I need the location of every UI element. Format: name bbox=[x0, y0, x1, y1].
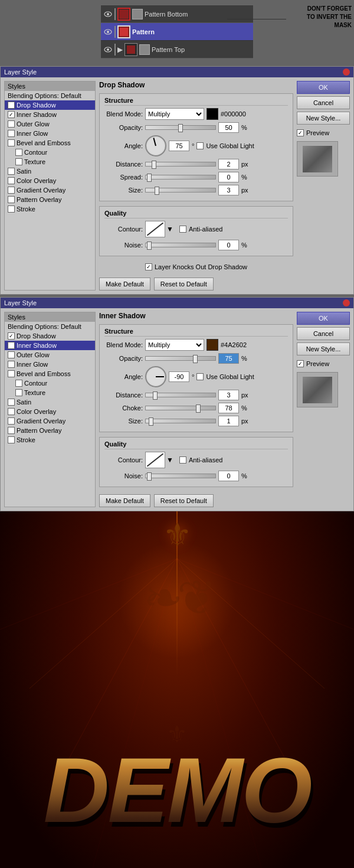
choke-input-2[interactable] bbox=[218, 403, 239, 413]
contour-preview-2[interactable] bbox=[145, 452, 165, 468]
size-slider-2[interactable] bbox=[145, 419, 216, 423]
color-swatch-1[interactable] bbox=[206, 108, 218, 120]
close-button-1[interactable] bbox=[343, 68, 350, 76]
blend-mode-select-1[interactable]: MultiplyNormalScreen bbox=[145, 108, 204, 120]
cancel-btn-2[interactable]: Cancel bbox=[297, 327, 350, 340]
opacity-thumb-2[interactable] bbox=[193, 355, 198, 363]
style-color-overlay-2[interactable]: Color Overlay bbox=[5, 407, 95, 416]
style-blending-1[interactable]: Blending Options: Default bbox=[5, 91, 95, 100]
cb-stroke-2[interactable] bbox=[8, 436, 15, 443]
angle-dial-1[interactable] bbox=[145, 135, 166, 156]
opacity-slider-2[interactable] bbox=[145, 356, 216, 361]
cb-anti-aliased-1[interactable] bbox=[179, 226, 186, 233]
distance-thumb-1[interactable] bbox=[152, 161, 156, 169]
cb-global-light-1[interactable] bbox=[196, 142, 204, 149]
cb-color-overlay-2[interactable] bbox=[8, 408, 15, 415]
distance-slider-1[interactable] bbox=[145, 162, 216, 167]
opacity-input-2[interactable] bbox=[218, 353, 239, 364]
ok-btn-2[interactable]: OK bbox=[297, 312, 350, 325]
distance-slider-2[interactable] bbox=[145, 393, 216, 397]
noise-slider-2[interactable] bbox=[145, 474, 216, 478]
style-drop-shadow-2[interactable]: Drop Shadow bbox=[5, 331, 95, 341]
style-texture-1[interactable]: Texture bbox=[5, 157, 95, 167]
cb-preview-2[interactable] bbox=[297, 360, 304, 367]
cb-drop-shadow-2[interactable] bbox=[8, 332, 15, 340]
style-contour-1[interactable]: Contour bbox=[5, 148, 95, 157]
choke-slider-2[interactable] bbox=[145, 406, 216, 410]
noise-thumb-2[interactable] bbox=[147, 472, 152, 481]
choke-thumb-2[interactable] bbox=[196, 404, 201, 413]
blend-mode-select-2[interactable]: MultiplyNormal bbox=[145, 339, 204, 351]
style-bevel-1[interactable]: Bevel and Emboss bbox=[5, 138, 95, 148]
cb-bevel-2[interactable] bbox=[8, 370, 15, 377]
style-inner-glow-1[interactable]: Inner Glow bbox=[5, 129, 95, 138]
style-stroke-1[interactable]: Stroke bbox=[5, 204, 95, 214]
size-input-1[interactable] bbox=[218, 185, 239, 195]
cb-pattern-overlay-1[interactable] bbox=[8, 196, 15, 203]
contour-preview-1[interactable] bbox=[145, 221, 165, 237]
cb-inner-glow-1[interactable] bbox=[8, 130, 15, 137]
style-pattern-overlay-1[interactable]: Pattern Overlay bbox=[5, 195, 95, 204]
style-bevel-2[interactable]: Bevel and Emboss bbox=[5, 369, 95, 378]
eye-icon-1[interactable] bbox=[103, 9, 113, 19]
eye-icon-2[interactable] bbox=[103, 27, 113, 37]
style-pattern-overlay-2[interactable]: Pattern Overlay bbox=[5, 426, 95, 435]
noise-input-2[interactable] bbox=[218, 471, 239, 481]
cb-stroke-1[interactable] bbox=[8, 205, 15, 213]
style-contour-2[interactable]: Contour bbox=[5, 378, 95, 388]
style-color-overlay-1[interactable]: Color Overlay bbox=[5, 176, 95, 185]
style-satin-2[interactable]: Satin bbox=[5, 397, 95, 407]
cb-outer-glow-1[interactable] bbox=[8, 120, 15, 128]
cb-inner-shadow-1[interactable] bbox=[8, 111, 15, 118]
cb-anti-aliased-2[interactable] bbox=[179, 456, 186, 464]
new-style-btn-2[interactable]: New Style... bbox=[297, 342, 350, 355]
size-thumb-2[interactable] bbox=[149, 417, 153, 426]
opacity-thumb-1[interactable] bbox=[178, 124, 183, 132]
cb-outer-glow-2[interactable] bbox=[8, 351, 15, 358]
color-swatch-2[interactable] bbox=[206, 339, 218, 351]
distance-input-2[interactable] bbox=[218, 390, 239, 400]
style-outer-glow-2[interactable]: Outer Glow bbox=[5, 350, 95, 360]
distance-thumb-2[interactable] bbox=[153, 391, 158, 400]
cancel-btn-1[interactable]: Cancel bbox=[297, 96, 350, 109]
cb-drop-shadow-1[interactable] bbox=[8, 102, 15, 109]
noise-thumb-1[interactable] bbox=[147, 242, 152, 250]
spread-slider-1[interactable] bbox=[145, 175, 216, 180]
style-gradient-overlay-2[interactable]: Gradient Overlay bbox=[5, 416, 95, 426]
ok-btn-1[interactable]: OK bbox=[297, 81, 350, 94]
opacity-slider-1[interactable] bbox=[145, 125, 216, 130]
cb-texture-2[interactable] bbox=[15, 389, 22, 396]
cb-texture-1[interactable] bbox=[15, 158, 22, 165]
size-input-2[interactable] bbox=[218, 416, 239, 426]
style-inner-glow-2[interactable]: Inner Glow bbox=[5, 360, 95, 369]
cb-gradient-overlay-1[interactable] bbox=[8, 187, 15, 194]
style-texture-2[interactable]: Texture bbox=[5, 388, 95, 397]
contour-dropdown-arrow-2[interactable]: ▼ bbox=[166, 456, 173, 464]
spread-thumb-1[interactable] bbox=[147, 174, 152, 182]
layer-row-pattern-bottom[interactable]: Pattern Bottom bbox=[101, 5, 253, 23]
cb-color-overlay-1[interactable] bbox=[8, 177, 15, 184]
contour-dropdown-arrow-1[interactable]: ▼ bbox=[166, 225, 173, 233]
angle-input-1[interactable] bbox=[169, 141, 189, 151]
distance-input-1[interactable] bbox=[218, 159, 239, 169]
angle-dial-2[interactable] bbox=[145, 366, 166, 387]
cb-preview-1[interactable] bbox=[297, 129, 304, 136]
cb-inner-shadow-2[interactable] bbox=[8, 342, 15, 349]
style-inner-shadow-1[interactable]: Inner Shadow bbox=[5, 110, 95, 119]
angle-input-2[interactable] bbox=[169, 371, 189, 382]
cb-gradient-overlay-2[interactable] bbox=[8, 417, 15, 425]
layer-row-pattern[interactable]: Pattern bbox=[101, 23, 253, 41]
layer-row-pattern-top[interactable]: ▶ Pattern Top bbox=[101, 41, 253, 58]
make-default-btn-1[interactable]: Make Default bbox=[99, 278, 150, 291]
spread-input-1[interactable] bbox=[218, 172, 239, 182]
size-slider-1[interactable] bbox=[145, 188, 216, 192]
cb-satin-1[interactable] bbox=[8, 168, 15, 175]
cb-contour-2[interactable] bbox=[15, 380, 22, 387]
style-outer-glow-1[interactable]: Outer Glow bbox=[5, 119, 95, 129]
noise-input-1[interactable] bbox=[218, 240, 239, 250]
style-gradient-overlay-1[interactable]: Gradient Overlay bbox=[5, 185, 95, 195]
cb-satin-2[interactable] bbox=[8, 399, 15, 406]
cb-layer-knocks-1[interactable] bbox=[145, 263, 152, 270]
style-stroke-2[interactable]: Stroke bbox=[5, 435, 95, 445]
cb-contour-1[interactable] bbox=[15, 149, 22, 156]
